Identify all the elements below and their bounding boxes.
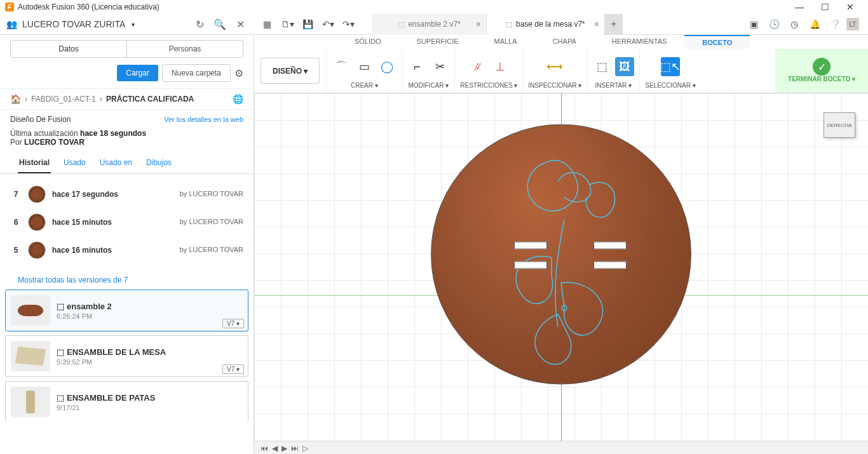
timeline-prev-icon[interactable]: ◀	[272, 444, 278, 453]
extension-icon[interactable]: ▣	[745, 15, 763, 33]
notification-icon[interactable]: 🔔	[806, 15, 824, 33]
doc-tab-base-mesa[interactable]: ⬚ base de la mesa v7* ×	[487, 14, 605, 35]
maximize-button[interactable]: ☐	[812, 0, 837, 14]
tab-dibujos[interactable]: Dibujos	[145, 153, 173, 173]
rtab-chapa[interactable]: CHAPA	[535, 35, 594, 49]
file-list: ⬚ensamble 2 6:26:24 PM V7 ▾ ⬚ENSAMBLE DE…	[0, 290, 254, 426]
breadcrumb-current: PRÁCTICA CALIFICADA	[106, 95, 194, 103]
gear-icon[interactable]: ⚙	[234, 67, 243, 79]
app-logo-icon: F	[5, 3, 14, 11]
select-icon[interactable]: ⬚↖	[661, 57, 680, 76]
vert-constraint-icon[interactable]: ⊥	[491, 57, 510, 76]
view-web-link[interactable]: Ver los detalles en la web	[164, 116, 243, 123]
job-icon[interactable]: ◷	[785, 15, 803, 33]
tab-personas[interactable]: Personas	[126, 41, 243, 57]
help-icon[interactable]: ❔	[826, 15, 844, 33]
slot-rect[interactable]	[514, 242, 547, 250]
thumb-icon	[28, 241, 46, 259]
rtab-malla[interactable]: MALLA	[477, 35, 535, 49]
timeline-play-icon[interactable]: ▷	[302, 444, 308, 453]
search-button[interactable]: 🔍	[212, 17, 227, 32]
history-item[interactable]: 5 hace 16 minutosby LUCERO TOVAR	[10, 236, 243, 264]
insert-image-icon[interactable]: 🖼	[615, 57, 634, 76]
version-badge[interactable]: V7 ▾	[222, 364, 244, 374]
close-button[interactable]: ✕	[837, 0, 863, 14]
data-panel: Datos Personas Cargar Nueva carpeta ⚙ 🏠 …	[0, 35, 254, 454]
appbar-right: ▦ 🗋▾ 💾 ↶▾ ↷▾ ⬚ ensamble 2 v7* × ⬚ base d…	[254, 14, 868, 35]
canvas-area: SÓLIDO SUPERFICIE MALLA CHAPA HERRAMIENT…	[254, 35, 868, 454]
fillet-tool-icon[interactable]: ⌐	[407, 57, 426, 76]
add-tab-button[interactable]: +	[605, 14, 623, 35]
file-icon[interactable]: 🗋▾	[278, 15, 296, 33]
user-avatar[interactable]: LT	[846, 18, 859, 30]
insert-derive-icon[interactable]: ⬚	[592, 57, 611, 76]
side-actions: Cargar Nueva carpeta ⚙	[0, 58, 254, 88]
doc-tab-ensamble[interactable]: ⬚ ensamble 2 v7* ×	[372, 14, 487, 35]
version-badge[interactable]: V7 ▾	[222, 319, 244, 328]
app-bar: 👥 LUCERO TOVAR ZURITA ▾ ↻ 🔍 ✕ ▦ 🗋▾ 💾 ↶▾ …	[0, 14, 868, 35]
close-icon[interactable]: ×	[476, 19, 481, 29]
minimize-button[interactable]: ―	[787, 0, 812, 14]
history-item[interactable]: 7 hace 17 segundosby LUCERO TOVAR	[10, 180, 243, 208]
timeline-bar: ⏮ ◀ ▶ ⏭ ▷	[254, 441, 868, 454]
slot-rect[interactable]	[593, 242, 627, 250]
file-thumb	[11, 295, 50, 326]
username-label[interactable]: LUCERO TOVAR ZURITA	[22, 19, 125, 29]
slot-rect[interactable]	[514, 262, 547, 269]
home-icon[interactable]: 🏠	[10, 94, 21, 104]
chevron-right-icon: ›	[25, 95, 27, 103]
measure-icon[interactable]: ⟷	[545, 57, 564, 76]
group-terminar[interactable]: ✓ TERMINAR BOCETO ▾	[775, 49, 868, 93]
upload-button[interactable]: Cargar	[117, 65, 158, 81]
slot-rect[interactable]	[593, 262, 627, 269]
workspace-switcher[interactable]: DISEÑO ▾	[261, 58, 320, 84]
close-icon[interactable]: ×	[594, 19, 599, 29]
breadcrumb: 🏠 › FABDIG_01-ACT-1 › PRÁCTICA CALIFICAD…	[0, 88, 254, 110]
file-card[interactable]: ⬚ENSAMBLE DE LA MESA 5:39:52 PM V7 ▾	[5, 335, 248, 377]
file-card[interactable]: ⬚ensamble 2 6:26:24 PM V7 ▾	[5, 290, 248, 331]
rtab-solido[interactable]: SÓLIDO	[337, 35, 399, 49]
globe-icon[interactable]: 🌐	[233, 94, 243, 104]
cube-icon: ⬚	[57, 393, 64, 403]
rtab-boceto[interactable]: BOCETO	[684, 35, 750, 49]
tab-datos[interactable]: Datos	[11, 41, 126, 57]
thumb-icon	[28, 185, 46, 203]
undo-icon[interactable]: ↶▾	[319, 15, 337, 33]
appbar-left: 👥 LUCERO TOVAR ZURITA ▾ ↻ 🔍 ✕	[0, 17, 254, 32]
clock-icon[interactable]: 🕓	[765, 15, 783, 33]
file-card[interactable]: ⬚ENSAMBLE DE PATAS 9/17/21	[5, 381, 248, 422]
breadcrumb-project[interactable]: FABDIG_01-ACT-1	[31, 95, 96, 103]
tabletop-body[interactable]	[431, 124, 691, 385]
timeline-end-icon[interactable]: ⏭	[291, 444, 299, 453]
cube-icon: ⬚	[506, 20, 512, 29]
rectangle-tool-icon[interactable]: ▭	[355, 57, 374, 76]
timeline-next-icon[interactable]: ▶	[281, 444, 287, 453]
circle-tool-icon[interactable]: ◯	[377, 57, 397, 76]
tab-usado[interactable]: Usado	[62, 153, 87, 173]
file-thumb	[11, 387, 50, 417]
save-icon[interactable]: 💾	[299, 15, 316, 33]
group-restricciones: ⫽ ⊥ RESTRICCIONES ▾	[454, 49, 522, 93]
new-folder-button[interactable]: Nueva carpeta	[162, 64, 231, 82]
chevron-down-icon[interactable]: ▾	[132, 21, 135, 28]
grid-icon[interactable]: ▦	[258, 15, 276, 33]
flower-sketch	[431, 125, 691, 384]
cube-icon: ⬚	[57, 302, 64, 311]
timeline-start-icon[interactable]: ⏮	[261, 444, 268, 453]
history-item[interactable]: 6 hace 15 minutosby LUCERO TOVAR	[10, 208, 243, 236]
tab-usado-en[interactable]: Usado en	[98, 153, 133, 173]
horiz-constraint-icon[interactable]: ⫽	[468, 57, 487, 76]
rtab-superficie[interactable]: SUPERFICIE	[399, 35, 477, 49]
show-all-versions-link[interactable]: Mostrar todas las versiones de 7	[0, 270, 254, 290]
line-tool-icon[interactable]: ⌒	[332, 57, 351, 76]
trim-tool-icon[interactable]: ✂	[430, 57, 449, 76]
refresh-button[interactable]: ↻	[192, 17, 207, 32]
panel-close-button[interactable]: ✕	[233, 17, 248, 32]
chevron-right-icon: ›	[100, 95, 102, 103]
viewport[interactable]: DERECHA	[254, 93, 868, 441]
rtab-herramientas[interactable]: HERRAMIENTAS	[594, 35, 685, 49]
view-cube[interactable]: DERECHA	[824, 112, 855, 138]
tab-historial[interactable]: Historial	[18, 153, 51, 173]
redo-icon[interactable]: ↷▾	[339, 15, 357, 33]
thumb-icon	[28, 213, 46, 231]
